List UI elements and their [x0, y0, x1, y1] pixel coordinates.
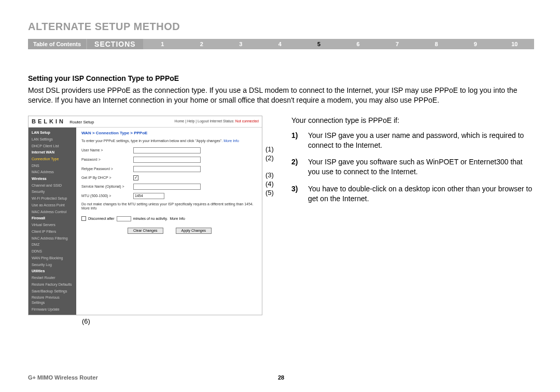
section-link-2[interactable]: 2	[182, 39, 221, 49]
field-callouts: (1) (2) (3) (4) (5)	[265, 116, 281, 196]
sidebar-item[interactable]: Virtual Servers	[29, 222, 76, 229]
router-instructions: To enter your PPPoE settings, type in yo…	[81, 139, 258, 143]
more-info-link[interactable]: More Info	[81, 206, 97, 210]
two-column-layout: BELKIN Router Setup Home | Help | Logout…	[28, 116, 534, 325]
condition-item: Your ISP gave you a user name and passwo…	[291, 131, 534, 150]
disconnect-label: Disconnect after	[88, 217, 115, 221]
section-link-7[interactable]: 7	[377, 39, 416, 49]
mtu-note: Do not make changes to the MTU setting u…	[81, 202, 258, 211]
disconnect-checkbox[interactable]	[81, 216, 86, 221]
router-header: BELKIN Router Setup Home | Help | Logout…	[29, 116, 262, 128]
sidebar-item[interactable]: Use as Access Point	[29, 202, 76, 209]
conditions-lead: Your connection type is PPPoE if:	[291, 116, 534, 125]
section-link-9[interactable]: 9	[456, 39, 495, 49]
section-subhead: Setting your ISP Connection Type to PPPo…	[28, 74, 534, 82]
mtu-input[interactable]	[133, 193, 164, 199]
disconnect-minutes-input[interactable]	[117, 216, 131, 221]
content-area: Setting your ISP Connection Type to PPPo…	[28, 74, 534, 325]
manual-page: ALTERNATE SETUP METHOD Table of Contents…	[0, 0, 560, 392]
disconnect-row: Disconnect after minutes of no activity.…	[81, 216, 258, 221]
section-link-4[interactable]: 4	[260, 39, 299, 49]
product-name: G+ MIMO Wireless Router	[28, 374, 98, 381]
router-brand-block: BELKIN Router Setup	[32, 118, 94, 125]
sidebar-item[interactable]: Restart Router	[29, 274, 76, 281]
router-brand: BELKIN	[32, 118, 65, 124]
username-label: User Name >	[81, 148, 133, 152]
callout-5: (5)	[265, 189, 281, 196]
condition-text: You have to double-click on a desktop ic…	[308, 184, 534, 204]
router-brand-sub: Router Setup	[69, 120, 94, 124]
right-column: Your connection type is PPPoE if: Your I…	[291, 116, 534, 211]
retype-label: Retype Password >	[81, 167, 133, 171]
password-input[interactable]	[133, 157, 201, 163]
password-label: Password >	[81, 158, 133, 162]
section-link-10[interactable]: 10	[495, 39, 534, 49]
sidebar-item[interactable]: Security Log	[29, 261, 76, 268]
section-link-1[interactable]: 1	[143, 39, 182, 49]
condition-text: Your ISP gave you a user name and passwo…	[308, 131, 534, 150]
left-column: BELKIN Router Setup Home | Help | Logout…	[28, 116, 281, 325]
section-link-8[interactable]: 8	[417, 39, 456, 49]
username-row: User Name >	[81, 147, 258, 153]
retype-input[interactable]	[133, 166, 201, 172]
more-info-link[interactable]: More Info	[223, 139, 239, 143]
sidebar-hdr: Internet WAN	[29, 149, 76, 156]
more-info-link[interactable]: More Info	[170, 217, 185, 221]
sidebar-hdr: Wireless	[29, 176, 76, 182]
service-row: Service Name (Optional) >	[81, 184, 258, 190]
section-link-3[interactable]: 3	[221, 39, 260, 49]
mtu-label: MTU (500-1500) >	[81, 194, 133, 198]
sidebar-item[interactable]: DDNS	[29, 248, 76, 255]
service-input[interactable]	[133, 184, 201, 190]
page-number: 28	[278, 374, 284, 381]
sidebar-item[interactable]: DNS	[29, 162, 76, 169]
router-main: WAN > Connection Type > PPPoE To enter y…	[76, 128, 262, 315]
sidebar-item[interactable]: Restore Factory Defaults	[29, 281, 76, 288]
clear-changes-button[interactable]: Clear Changes	[128, 228, 163, 234]
sidebar-hdr: Firewall	[29, 215, 76, 221]
dhcp-label: Get IP By DHCP >	[81, 176, 133, 180]
sidebar-item[interactable]: Client IP Filters	[29, 228, 76, 235]
sidebar-hdr: Utilities	[29, 268, 76, 274]
sidebar-item[interactable]: LAN Settings	[29, 136, 76, 143]
mtu-row: MTU (500-1500) >	[81, 193, 258, 199]
button-row: Clear Changes Apply Changes	[81, 228, 258, 234]
sections-label: SECTIONS	[87, 39, 143, 49]
mtu-note-text: Do not make changes to the MTU setting u…	[81, 202, 254, 206]
dhcp-checkbox[interactable]: ✓	[133, 175, 138, 180]
section-link-6[interactable]: 6	[339, 39, 377, 49]
sidebar-item[interactable]: Channel and SSID	[29, 182, 76, 189]
retype-row: Retype Password >	[81, 166, 258, 172]
condition-item: Your ISP gave you software such as WinPO…	[291, 157, 534, 177]
section-navbar: Table of Contents SECTIONS 1 2 3 4 5 6 7…	[28, 39, 534, 49]
router-body: LAN Setup LAN Settings DHCP Client List …	[29, 128, 262, 315]
sidebar-hdr: LAN Setup	[29, 130, 76, 136]
sidebar-item[interactable]: Save/Backup Settings	[29, 288, 76, 295]
sidebar-item[interactable]: MAC Address Filtering	[29, 235, 76, 242]
sidebar-item[interactable]: MAC Address Control	[29, 208, 76, 215]
sidebar-item-active[interactable]: Connection Type	[29, 156, 76, 162]
sidebar-item[interactable]: DMZ	[29, 242, 76, 248]
service-label: Service Name (Optional) >	[81, 185, 133, 189]
sidebar-item[interactable]: Wi-Fi Protected Setup	[29, 195, 76, 202]
sidebar-item[interactable]: MAC Address	[29, 169, 76, 176]
toc-link[interactable]: Table of Contents	[28, 39, 86, 49]
sidebar-item[interactable]: Firmware Update	[29, 306, 76, 313]
sidebar-item[interactable]: Restore Previous Settings	[29, 295, 76, 306]
disconnect-suffix: minutes of no activity.	[133, 217, 168, 221]
section-link-5[interactable]: 5	[299, 39, 338, 49]
callout-6: (6)	[82, 317, 281, 325]
router-instr-text: To enter your PPPoE settings, type in yo…	[81, 139, 222, 143]
dhcp-row: Get IP By DHCP > ✓	[81, 175, 258, 180]
router-screenshot: BELKIN Router Setup Home | Help | Logout…	[28, 116, 262, 315]
sidebar-item[interactable]: DHCP Client List	[29, 143, 76, 149]
sidebar-item[interactable]: Security	[29, 189, 76, 195]
username-input[interactable]	[133, 147, 201, 153]
condition-item: You have to double-click on a desktop ic…	[291, 184, 534, 204]
intro-paragraph: Most DSL providers use PPPoE as the conn…	[28, 86, 534, 105]
password-row: Password >	[81, 157, 258, 163]
router-head-links-text: Home | Help | Logout Internet Status:	[175, 119, 234, 123]
sidebar-item[interactable]: WAN Ping Blocking	[29, 255, 76, 261]
apply-changes-button[interactable]: Apply Changes	[176, 228, 212, 234]
callout-3: (3)	[265, 172, 281, 178]
